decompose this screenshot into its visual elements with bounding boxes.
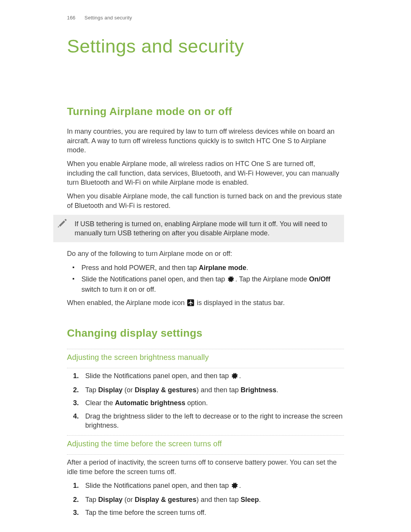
- page-title: Settings and security: [67, 34, 344, 59]
- ordered-list: Slide the Notifications panel open, and …: [67, 481, 344, 518]
- keyword: Airplane mode: [199, 264, 246, 272]
- keyword: On/Off: [309, 275, 330, 283]
- gear-icon: [231, 482, 238, 491]
- keyword: Display & gestures: [135, 496, 196, 503]
- running-title: Settings and security: [84, 15, 132, 21]
- airplane-icon: [187, 299, 194, 308]
- paragraph: After a period of inactivity, the screen…: [67, 458, 344, 476]
- paragraph: When you disable Airplane mode, the call…: [67, 192, 344, 210]
- list-item: Tap Display (or Display & gestures) and …: [84, 385, 344, 395]
- subsection-heading-sleep: Adjusting the time before the screen tur…: [67, 439, 344, 449]
- divider: [67, 349, 344, 349]
- paragraph: In many countries, you are required by l…: [67, 127, 344, 155]
- running-header: 166 Settings and security: [67, 14, 344, 21]
- pencil-icon: [57, 219, 67, 231]
- keyword: Automatic brightness: [115, 399, 185, 407]
- paragraph: Do any of the following to turn Airplane…: [67, 249, 344, 258]
- keyword: Display & gestures: [135, 386, 196, 394]
- divider: [67, 454, 344, 455]
- page-number: 166: [67, 15, 75, 21]
- keyword: Display: [98, 386, 123, 394]
- ordered-list: Slide the Notifications panel open, and …: [67, 371, 344, 430]
- list-item: Press and hold POWER, and then tap Airpl…: [80, 263, 344, 272]
- list-item: Slide the Notifications panel open, and …: [84, 371, 344, 382]
- subsection-heading-brightness: Adjusting the screen brightness manually: [67, 352, 344, 363]
- manual-page: 166 Settings and security Settings and s…: [0, 0, 411, 532]
- divider: [67, 368, 344, 368]
- list-item: Drag the brightness slider to the left t…: [84, 412, 344, 430]
- list-item: Slide the Notifications panel open, and …: [80, 275, 344, 294]
- divider: [67, 435, 344, 436]
- section-heading-display: Changing display settings: [67, 326, 344, 340]
- paragraph: When enabled, the Airplane mode icon is …: [67, 298, 344, 308]
- list-item: Slide the Notifications panel open, and …: [84, 481, 344, 491]
- list-item: Tap the time before the screen turns off…: [84, 508, 344, 517]
- keyword: Brightness: [241, 386, 276, 394]
- bullet-list: Press and hold POWER, and then tap Airpl…: [67, 263, 344, 294]
- section-heading-airplane: Turning Airplane mode on or off: [67, 104, 344, 119]
- keyword: Sleep: [241, 496, 259, 503]
- note-text: If USB tethering is turned on, enabling …: [75, 220, 327, 237]
- list-item: Clear the Automatic brightness option.: [84, 398, 344, 407]
- gear-icon: [228, 276, 234, 285]
- gear-icon: [231, 372, 238, 382]
- paragraph: When you enable Airplane mode, all wirel…: [67, 159, 344, 187]
- list-item: Tap Display (or Display & gestures) and …: [84, 495, 344, 504]
- keyword: Display: [98, 496, 123, 503]
- note-box: If USB tethering is turned on, enabling …: [53, 215, 344, 243]
